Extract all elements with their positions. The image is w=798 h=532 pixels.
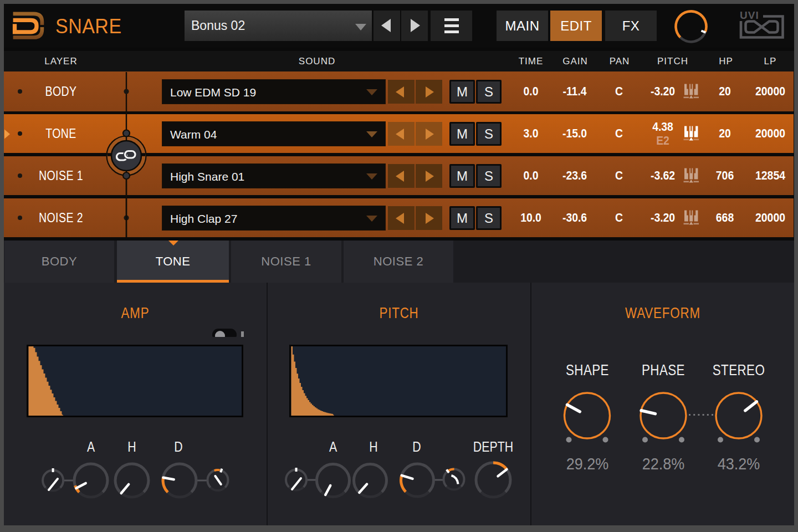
svg-text:UVI: UVI bbox=[740, 9, 759, 21]
